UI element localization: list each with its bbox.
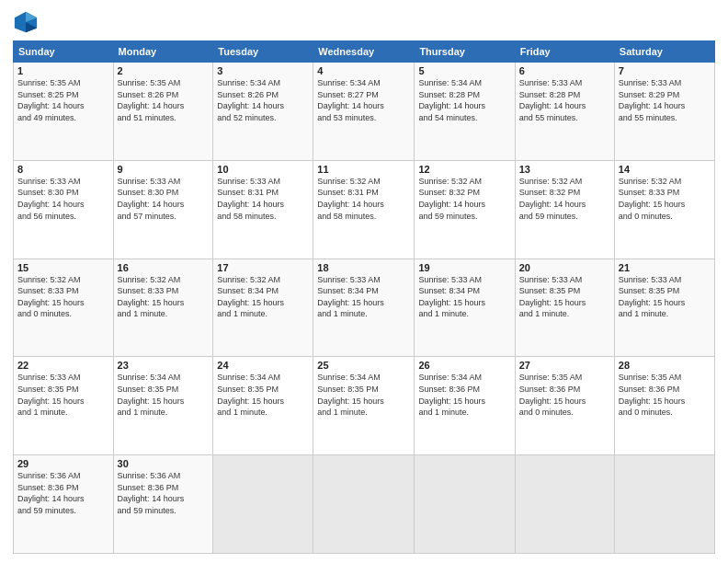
calendar-cell: 10Sunrise: 5:33 AM Sunset: 8:31 PM Dayli…	[213, 160, 313, 259]
logo-icon	[13, 9, 39, 35]
calendar-cell: 22Sunrise: 5:33 AM Sunset: 8:35 PM Dayli…	[14, 357, 114, 455]
day-info: Sunrise: 5:33 AM Sunset: 8:28 PM Dayligh…	[519, 77, 610, 123]
calendar-cell: 9Sunrise: 5:33 AM Sunset: 8:30 PM Daylig…	[113, 160, 213, 259]
page: SundayMondayTuesdayWednesdayThursdayFrid…	[0, 0, 728, 563]
calendar-cell: 21Sunrise: 5:33 AM Sunset: 8:35 PM Dayli…	[614, 259, 714, 357]
calendar-cell: 8Sunrise: 5:33 AM Sunset: 8:30 PM Daylig…	[14, 160, 114, 259]
day-number: 16	[118, 262, 210, 273]
day-number: 28	[619, 360, 711, 371]
week-row-3: 15Sunrise: 5:32 AM Sunset: 8:33 PM Dayli…	[14, 259, 715, 357]
calendar-cell	[515, 455, 614, 554]
week-row-4: 22Sunrise: 5:33 AM Sunset: 8:35 PM Dayli…	[14, 357, 715, 455]
calendar-cell: 15Sunrise: 5:32 AM Sunset: 8:33 PM Dayli…	[14, 259, 114, 357]
day-info: Sunrise: 5:33 AM Sunset: 8:35 PM Dayligh…	[519, 274, 610, 320]
header-day-sunday: Sunday	[14, 41, 114, 63]
day-number: 8	[17, 164, 109, 175]
day-info: Sunrise: 5:32 AM Sunset: 8:32 PM Dayligh…	[519, 176, 610, 222]
week-row-1: 1Sunrise: 5:35 AM Sunset: 8:25 PM Daylig…	[14, 63, 715, 161]
header-day-thursday: Thursday	[415, 41, 515, 63]
calendar-cell: 28Sunrise: 5:35 AM Sunset: 8:36 PM Dayli…	[614, 357, 714, 455]
day-number: 25	[317, 360, 410, 371]
day-info: Sunrise: 5:34 AM Sunset: 8:35 PM Dayligh…	[217, 372, 309, 418]
calendar-cell: 17Sunrise: 5:32 AM Sunset: 8:34 PM Dayli…	[213, 259, 313, 357]
day-info: Sunrise: 5:34 AM Sunset: 8:27 PM Dayligh…	[317, 77, 410, 123]
day-info: Sunrise: 5:32 AM Sunset: 8:33 PM Dayligh…	[17, 274, 109, 320]
calendar-cell: 3Sunrise: 5:34 AM Sunset: 8:26 PM Daylig…	[213, 63, 313, 161]
calendar-cell: 12Sunrise: 5:32 AM Sunset: 8:32 PM Dayli…	[415, 160, 515, 259]
day-info: Sunrise: 5:34 AM Sunset: 8:28 PM Dayligh…	[418, 77, 510, 123]
calendar-cell	[614, 455, 714, 554]
day-number: 19	[418, 262, 510, 273]
day-number: 22	[17, 360, 109, 371]
day-info: Sunrise: 5:36 AM Sunset: 8:36 PM Dayligh…	[17, 470, 109, 516]
calendar-body: 1Sunrise: 5:35 AM Sunset: 8:25 PM Daylig…	[14, 63, 715, 554]
day-info: Sunrise: 5:32 AM Sunset: 8:32 PM Dayligh…	[418, 176, 510, 222]
day-number: 29	[17, 458, 109, 469]
day-info: Sunrise: 5:32 AM Sunset: 8:33 PM Dayligh…	[619, 176, 711, 222]
day-info: Sunrise: 5:33 AM Sunset: 8:35 PM Dayligh…	[17, 372, 109, 418]
calendar-cell: 4Sunrise: 5:34 AM Sunset: 8:27 PM Daylig…	[313, 63, 415, 161]
day-number: 23	[118, 360, 210, 371]
calendar-cell: 29Sunrise: 5:36 AM Sunset: 8:36 PM Dayli…	[14, 455, 114, 554]
day-info: Sunrise: 5:35 AM Sunset: 8:26 PM Dayligh…	[118, 77, 210, 123]
day-info: Sunrise: 5:33 AM Sunset: 8:34 PM Dayligh…	[418, 274, 510, 320]
day-number: 5	[418, 65, 510, 76]
day-number: 18	[317, 262, 410, 273]
day-number: 17	[217, 262, 309, 273]
logo	[13, 9, 42, 35]
day-info: Sunrise: 5:33 AM Sunset: 8:34 PM Dayligh…	[317, 274, 410, 320]
calendar-cell	[313, 455, 415, 554]
calendar-cell: 24Sunrise: 5:34 AM Sunset: 8:35 PM Dayli…	[213, 357, 313, 455]
header-day-wednesday: Wednesday	[313, 41, 415, 63]
calendar-cell: 13Sunrise: 5:32 AM Sunset: 8:32 PM Dayli…	[515, 160, 614, 259]
day-number: 24	[217, 360, 309, 371]
calendar-cell: 2Sunrise: 5:35 AM Sunset: 8:26 PM Daylig…	[113, 63, 213, 161]
calendar-cell: 6Sunrise: 5:33 AM Sunset: 8:28 PM Daylig…	[515, 63, 614, 161]
day-number: 30	[118, 458, 210, 469]
day-number: 14	[619, 164, 711, 175]
day-number: 3	[217, 65, 309, 76]
day-number: 13	[519, 164, 610, 175]
day-info: Sunrise: 5:32 AM Sunset: 8:33 PM Dayligh…	[118, 274, 210, 320]
day-number: 27	[519, 360, 610, 371]
calendar-cell: 23Sunrise: 5:34 AM Sunset: 8:35 PM Dayli…	[113, 357, 213, 455]
calendar-cell: 16Sunrise: 5:32 AM Sunset: 8:33 PM Dayli…	[113, 259, 213, 357]
day-info: Sunrise: 5:34 AM Sunset: 8:36 PM Dayligh…	[418, 372, 510, 418]
day-number: 4	[317, 65, 410, 76]
calendar-cell: 25Sunrise: 5:34 AM Sunset: 8:35 PM Dayli…	[313, 357, 415, 455]
day-number: 26	[418, 360, 510, 371]
calendar-cell: 14Sunrise: 5:32 AM Sunset: 8:33 PM Dayli…	[614, 160, 714, 259]
day-info: Sunrise: 5:32 AM Sunset: 8:34 PM Dayligh…	[217, 274, 309, 320]
header-day-saturday: Saturday	[614, 41, 714, 63]
calendar-table: SundayMondayTuesdayWednesdayThursdayFrid…	[13, 40, 715, 554]
day-number: 10	[217, 164, 309, 175]
day-number: 15	[17, 262, 109, 273]
week-row-5: 29Sunrise: 5:36 AM Sunset: 8:36 PM Dayli…	[14, 455, 715, 554]
header-row: SundayMondayTuesdayWednesdayThursdayFrid…	[14, 41, 715, 63]
day-info: Sunrise: 5:35 AM Sunset: 8:36 PM Dayligh…	[619, 372, 711, 418]
calendar-cell: 20Sunrise: 5:33 AM Sunset: 8:35 PM Dayli…	[515, 259, 614, 357]
header-day-friday: Friday	[515, 41, 614, 63]
calendar-cell	[213, 455, 313, 554]
day-info: Sunrise: 5:33 AM Sunset: 8:35 PM Dayligh…	[619, 274, 711, 320]
day-number: 1	[17, 65, 109, 76]
calendar-cell: 18Sunrise: 5:33 AM Sunset: 8:34 PM Dayli…	[313, 259, 415, 357]
day-number: 11	[317, 164, 410, 175]
day-info: Sunrise: 5:34 AM Sunset: 8:35 PM Dayligh…	[317, 372, 410, 418]
day-number: 12	[418, 164, 510, 175]
day-number: 2	[118, 65, 210, 76]
calendar-cell: 19Sunrise: 5:33 AM Sunset: 8:34 PM Dayli…	[415, 259, 515, 357]
header	[13, 9, 715, 35]
day-info: Sunrise: 5:34 AM Sunset: 8:26 PM Dayligh…	[217, 77, 309, 123]
day-info: Sunrise: 5:35 AM Sunset: 8:25 PM Dayligh…	[17, 77, 109, 123]
day-info: Sunrise: 5:33 AM Sunset: 8:31 PM Dayligh…	[217, 176, 309, 222]
calendar-cell: 26Sunrise: 5:34 AM Sunset: 8:36 PM Dayli…	[415, 357, 515, 455]
day-info: Sunrise: 5:36 AM Sunset: 8:36 PM Dayligh…	[118, 470, 210, 516]
calendar-cell: 7Sunrise: 5:33 AM Sunset: 8:29 PM Daylig…	[614, 63, 714, 161]
day-number: 21	[619, 262, 711, 273]
header-day-monday: Monday	[113, 41, 213, 63]
week-row-2: 8Sunrise: 5:33 AM Sunset: 8:30 PM Daylig…	[14, 160, 715, 259]
day-info: Sunrise: 5:35 AM Sunset: 8:36 PM Dayligh…	[519, 372, 610, 418]
day-number: 20	[519, 262, 610, 273]
day-info: Sunrise: 5:32 AM Sunset: 8:31 PM Dayligh…	[317, 176, 410, 222]
